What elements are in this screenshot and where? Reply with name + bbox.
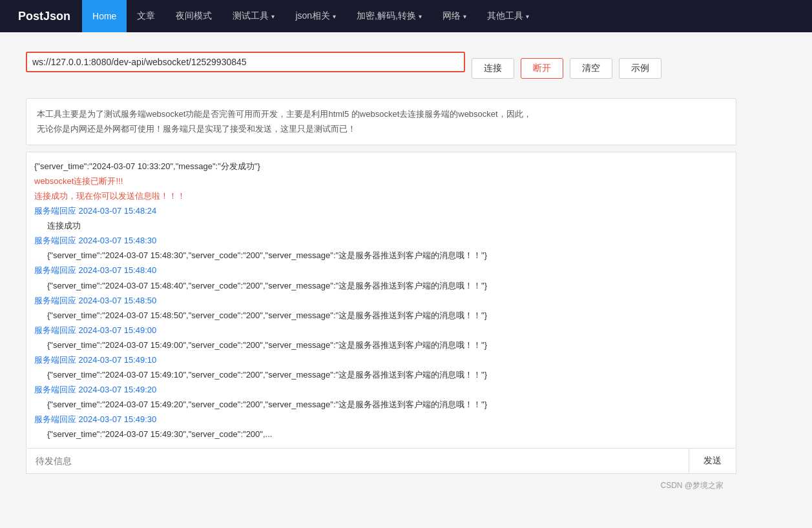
list-item: 服务端回应 2024-03-07 15:48:30 xyxy=(34,234,728,248)
navbar: PostJson Home 文章 夜间模式 测试工具 ▾ json相关 ▾ 加密… xyxy=(0,0,812,32)
list-item: {"server_time":"2024-03-07 15:49:10","se… xyxy=(34,368,728,382)
nav-network-arrow: ▾ xyxy=(463,13,466,20)
send-input[interactable] xyxy=(26,449,689,472)
url-bar-container: 连接 断开 清空 示例 xyxy=(26,52,786,85)
nav-test-tools-arrow: ▾ xyxy=(271,13,275,20)
list-item: {"server_time":"2024-03-07 15:48:30","se… xyxy=(34,249,728,263)
url-bar-wrapper xyxy=(26,52,465,72)
nav-darkmode[interactable]: 夜间模式 xyxy=(165,0,222,32)
nav-articles[interactable]: 文章 xyxy=(127,0,165,32)
send-bar: 发送 xyxy=(26,449,736,474)
send-button[interactable]: 发送 xyxy=(689,449,736,473)
list-item: {"server_time":"2024-03-07 15:49:00","se… xyxy=(34,338,728,352)
list-item: 连接成功，现在你可以发送信息啦！！！ xyxy=(34,189,728,203)
nav-home[interactable]: Home xyxy=(82,0,127,32)
nav-other-arrow: ▾ xyxy=(526,13,529,20)
list-item: 服务端回应 2024-03-07 15:49:20 xyxy=(34,383,728,397)
list-item: 服务端回应 2024-03-07 15:49:00 xyxy=(34,323,728,338)
list-item: {"server_time":"2024-03-07 15:48:50","se… xyxy=(34,309,728,323)
list-item: 服务端回应 2024-03-07 15:49:30 xyxy=(34,412,728,427)
info-box: 本工具主要是为了测试服务端websocket功能是否完善可用而开发，主要是利用h… xyxy=(26,98,736,145)
footer: CSDN @梦境之家 xyxy=(26,474,736,498)
list-item: 服务端回应 2024-03-07 15:48:40 xyxy=(34,263,728,278)
list-item: {"server_time":"2024-03-07 10:33:20","me… xyxy=(34,159,728,174)
list-item: {"server_time":"2024-03-07 15:49:20","se… xyxy=(34,398,728,412)
nav-encode[interactable]: 加密,解码,转换 ▾ xyxy=(346,0,432,32)
footer-text: CSDN @梦境之家 xyxy=(660,481,724,490)
disconnect-button[interactable]: 断开 xyxy=(521,58,563,79)
list-item: 服务端回应 2024-03-07 15:48:50 xyxy=(34,294,728,308)
message-log[interactable]: {"server_time":"2024-03-07 10:33:20","me… xyxy=(26,152,736,449)
list-item: 服务端回应 2024-03-07 15:48:24 xyxy=(34,204,728,218)
list-item: 服务端回应 2024-03-07 15:49:10 xyxy=(34,353,728,367)
nav-network[interactable]: 网络 ▾ xyxy=(432,0,477,32)
connect-button[interactable]: 连接 xyxy=(472,58,514,79)
list-item: {"server_time":"2024-03-07 15:49:30","se… xyxy=(34,427,728,442)
nav-encode-arrow: ▾ xyxy=(419,13,422,20)
info-line2: 无论你是内网还是外网都可使用！服务端只是实现了接受和发送，这里只是测试而已！ xyxy=(37,121,725,136)
nav-json-arrow: ▾ xyxy=(333,13,336,20)
url-input[interactable] xyxy=(32,57,459,67)
main-content: 连接 断开 清空 示例 本工具主要是为了测试服务端websocket功能是否完善… xyxy=(0,32,812,528)
list-item: websocket连接已断开!!! xyxy=(34,174,728,188)
info-line1: 本工具主要是为了测试服务端websocket功能是否完善可用而开发，主要是利用h… xyxy=(37,107,725,121)
nav-other[interactable]: 其他工具 ▾ xyxy=(477,0,539,32)
list-item: 连接成功 xyxy=(34,219,728,233)
clear-button[interactable]: 清空 xyxy=(570,58,612,79)
example-button[interactable]: 示例 xyxy=(619,58,661,79)
nav-test-tools[interactable]: 测试工具 ▾ xyxy=(222,0,285,32)
brand: PostJson xyxy=(6,0,82,32)
list-item: {"server_time":"2024-03-07 15:48:40","se… xyxy=(34,279,728,293)
nav-json[interactable]: json相关 ▾ xyxy=(285,0,346,32)
